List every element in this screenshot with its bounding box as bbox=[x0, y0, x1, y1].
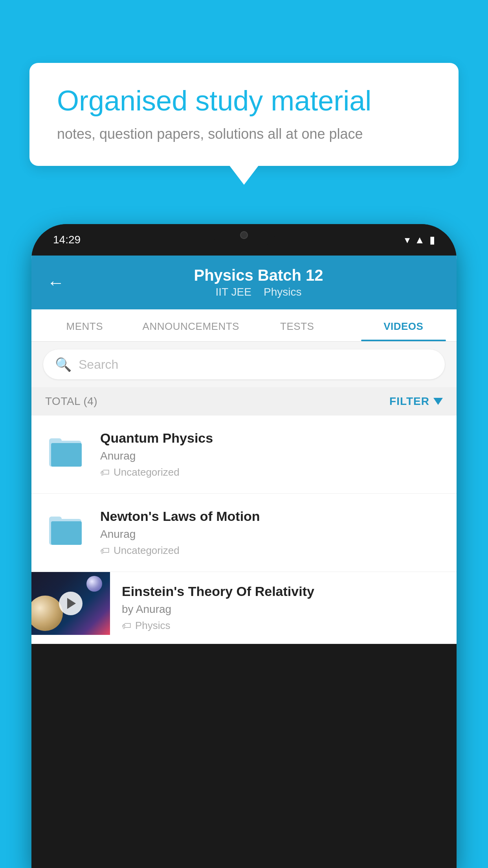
folder-icon bbox=[49, 435, 84, 469]
video-author: by Anurag bbox=[122, 603, 445, 616]
header-center: Physics Batch 12 IIT JEE Physics bbox=[76, 267, 441, 298]
video-tag-row: 🏷 Uncategorized bbox=[100, 466, 443, 478]
tab-ments[interactable]: MENTS bbox=[31, 309, 138, 341]
header-subtitle: IIT JEE Physics bbox=[76, 286, 441, 298]
camera-dot bbox=[240, 231, 248, 239]
status-bar: 14:29 ▾ ▲ ▮ bbox=[31, 224, 457, 256]
tag-icon: 🏷 bbox=[100, 467, 110, 478]
search-placeholder: Search bbox=[79, 357, 118, 372]
list-item[interactable]: Newton's Laws of Motion Anurag 🏷 Uncateg… bbox=[31, 494, 457, 572]
planet-1 bbox=[31, 596, 63, 631]
app-header: ← Physics Batch 12 IIT JEE Physics bbox=[31, 256, 457, 309]
filter-button[interactable]: FILTER bbox=[389, 395, 443, 408]
video-list: Quantum Physics Anurag 🏷 Uncategorized bbox=[31, 416, 457, 644]
search-icon: 🔍 bbox=[55, 357, 72, 372]
folder-thumb bbox=[45, 509, 88, 552]
phone-frame: 14:29 ▾ ▲ ▮ ← Physics Batch 12 IIT JEE P… bbox=[31, 224, 457, 868]
header-subtitle-part1: IIT JEE bbox=[216, 286, 251, 298]
video-title: Newton's Laws of Motion bbox=[100, 509, 443, 524]
svg-rect-2 bbox=[51, 443, 82, 467]
tab-announcements[interactable]: ANNOUNCEMENTS bbox=[138, 309, 244, 341]
video-author: Anurag bbox=[100, 450, 443, 462]
status-icons: ▾ ▲ ▮ bbox=[405, 234, 435, 246]
video-author: Anurag bbox=[100, 528, 443, 541]
header-title: Physics Batch 12 bbox=[76, 267, 441, 284]
status-time: 14:29 bbox=[53, 234, 81, 246]
video-title: Quantum Physics bbox=[100, 430, 443, 446]
tabs-bar: MENTS ANNOUNCEMENTS TESTS VIDEOS bbox=[31, 309, 457, 342]
search-box[interactable]: 🔍 Search bbox=[43, 349, 445, 379]
tab-videos[interactable]: VIDEOS bbox=[350, 309, 457, 341]
wifi-icon: ▾ bbox=[405, 234, 410, 246]
filter-label: FILTER bbox=[389, 395, 429, 408]
tab-tests[interactable]: TESTS bbox=[244, 309, 350, 341]
folder-svg bbox=[49, 435, 84, 469]
bubble-title: Organised study material bbox=[57, 85, 431, 117]
tag-icon: 🏷 bbox=[100, 545, 110, 556]
video-tag-row: 🏷 Physics bbox=[122, 620, 445, 632]
play-icon bbox=[67, 598, 76, 609]
filter-icon bbox=[433, 398, 443, 405]
video-tag-row: 🏷 Uncategorized bbox=[100, 544, 443, 557]
video-tag: Physics bbox=[135, 620, 171, 632]
bubble-subtitle: notes, question papers, solutions all at… bbox=[57, 126, 431, 142]
video-info: Newton's Laws of Motion Anurag 🏷 Uncateg… bbox=[100, 509, 443, 557]
battery-icon: ▮ bbox=[429, 234, 435, 246]
play-button[interactable] bbox=[59, 592, 83, 615]
planet-2 bbox=[86, 576, 102, 592]
speech-bubble: Organised study material notes, question… bbox=[29, 63, 459, 166]
folder-icon bbox=[49, 513, 84, 547]
folder-thumb bbox=[45, 430, 88, 474]
video-title: Einstein's Theory Of Relativity bbox=[122, 584, 445, 599]
svg-rect-5 bbox=[51, 521, 82, 545]
signal-icon: ▲ bbox=[415, 234, 425, 246]
header-subtitle-part2: Physics bbox=[264, 286, 301, 298]
video-info: Quantum Physics Anurag 🏷 Uncategorized bbox=[100, 430, 443, 478]
list-item[interactable]: Quantum Physics Anurag 🏷 Uncategorized bbox=[31, 416, 457, 494]
back-button[interactable]: ← bbox=[47, 273, 64, 292]
folder-svg bbox=[49, 513, 84, 547]
list-item[interactable]: Einstein's Theory Of Relativity by Anura… bbox=[31, 572, 457, 644]
video-thumbnail bbox=[31, 572, 110, 635]
phone-screen: ← Physics Batch 12 IIT JEE Physics MENTS… bbox=[31, 256, 457, 644]
video-tag: Uncategorized bbox=[114, 466, 180, 478]
tag-icon: 🏷 bbox=[122, 620, 131, 631]
video-tag: Uncategorized bbox=[114, 544, 180, 557]
search-container: 🔍 Search bbox=[31, 342, 457, 387]
filter-bar: TOTAL (4) FILTER bbox=[31, 387, 457, 416]
total-label: TOTAL (4) bbox=[45, 395, 97, 408]
video-info: Einstein's Theory Of Relativity by Anura… bbox=[110, 572, 457, 644]
phone-notch bbox=[213, 224, 275, 246]
